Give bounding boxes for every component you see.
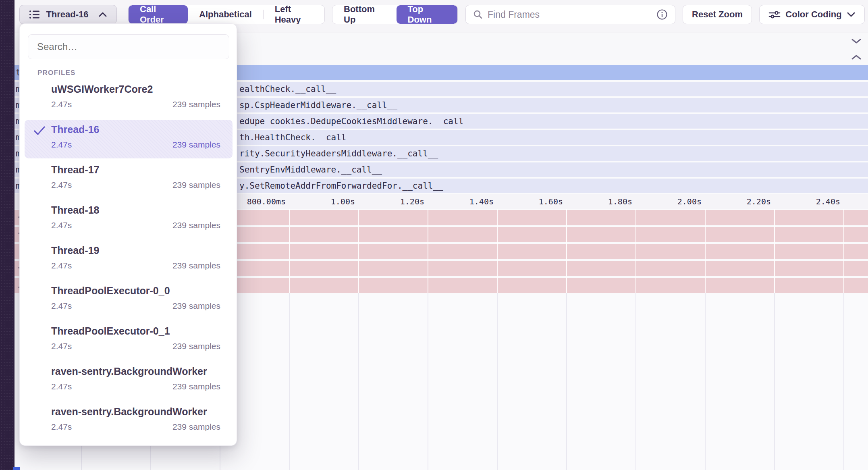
color-sliders-icon: [768, 10, 781, 19]
gridline: [635, 209, 636, 293]
profile-option-name: raven-sentry.BackgroundWorker: [51, 366, 207, 377]
profile-option[interactable]: Thread-18 2.47s 239 samples: [25, 200, 233, 239]
profile-option[interactable]: Thread-19 2.47s 239 samples: [25, 241, 233, 279]
gridline: [774, 293, 775, 470]
gridline: [566, 209, 567, 293]
frame-label: sp.CspHeaderMiddleware.__call__: [239, 100, 397, 110]
axis-tick: 1.80s: [608, 197, 632, 206]
profile-option-name: ThreadPoolExecutor-0_0: [51, 285, 170, 297]
profile-option-name: Thread-17: [51, 164, 99, 176]
profile-option-name: raven-sentry.BackgroundWorker: [51, 406, 207, 418]
profile-option[interactable]: raven-sentry.BackgroundWorker 2.47s 239 …: [25, 402, 233, 441]
sort-mode-segmented-control: Call Order Alphabetical Left Heavy: [128, 5, 325, 24]
thread-selector-button[interactable]: Thread-16: [19, 5, 117, 24]
collapse-flamegraph-button[interactable]: [851, 54, 862, 60]
check-icon: [33, 125, 46, 136]
profile-option[interactable]: Thread-16 2.47s 239 samples: [25, 120, 233, 158]
gridline: [428, 293, 428, 470]
direction-segmented-control: Bottom Up Top Down: [332, 5, 458, 24]
profile-option-duration: 2.47s: [51, 301, 72, 311]
sort-left-heavy-button[interactable]: Left Heavy: [264, 5, 324, 24]
gridline: [358, 293, 359, 470]
chevron-down-icon: [852, 40, 860, 43]
profile-option-samples: 239 samples: [172, 382, 220, 391]
frame-label: ealthCheck.__call__: [239, 84, 336, 94]
frame-label: th.HealthCheck.__call__: [239, 133, 357, 142]
gridline: [289, 209, 290, 293]
expand-minimap-button[interactable]: [851, 38, 862, 44]
chevron-up-icon: [98, 12, 107, 17]
axis-tick: 2.20s: [747, 197, 771, 206]
search-icon: [473, 10, 483, 19]
profile-option-name: ThreadPoolExecutor-0_1: [51, 325, 170, 337]
profile-option-samples: 239 samples: [172, 261, 220, 270]
axis-tick: 800.00ms: [247, 197, 286, 206]
find-frames-placeholder: Find Frames: [488, 9, 652, 20]
reset-zoom-button[interactable]: Reset Zoom: [683, 5, 752, 24]
thread-dropdown-panel: PROFILES uWSGIWorker7Core2 2.47s 239 sam…: [19, 23, 237, 446]
thread-search-input[interactable]: [28, 34, 229, 59]
color-coding-label: Color Coding: [785, 9, 841, 20]
profile-option-name: Thread-19: [51, 245, 99, 256]
gridline: [497, 293, 498, 470]
profile-option[interactable]: ThreadPoolExecutor-0_0 2.47s 239 samples: [25, 281, 233, 320]
profiles-section-header: PROFILES: [37, 69, 76, 77]
app-sidebar-edge: [0, 0, 15, 470]
axis-tick: 1.00s: [331, 197, 355, 206]
sort-call-order-button[interactable]: Call Order: [129, 5, 188, 24]
color-coding-button[interactable]: Color Coding: [759, 5, 865, 24]
thread-selector-label: Thread-16: [46, 9, 88, 20]
gridline: [566, 293, 567, 470]
profile-option-name: Thread-16: [51, 124, 99, 135]
gridline: [705, 209, 706, 293]
profile-option-duration: 2.47s: [51, 100, 72, 109]
axis-tick: 1.20s: [400, 197, 424, 206]
gridline: [497, 209, 498, 293]
profile-option-samples: 239 samples: [172, 422, 220, 432]
gridline: [358, 209, 359, 293]
gridline: [705, 293, 706, 470]
frame-label: SentryEnvMiddleware.__call__: [239, 165, 382, 175]
profile-option[interactable]: ThreadPoolExecutor-0_1 2.47s 239 samples: [25, 321, 233, 360]
scroll-indicator: [13, 467, 20, 470]
profile-option-samples: 239 samples: [172, 301, 220, 311]
profile-option-duration: 2.47s: [51, 422, 72, 432]
chevron-down-icon: [847, 12, 856, 17]
axis-tick: 2.40s: [816, 197, 840, 206]
profile-option-samples: 239 samples: [172, 220, 220, 230]
profile-option[interactable]: raven-sentry.BackgroundWorker 2.47s 239 …: [25, 362, 233, 400]
thread-list-icon: [29, 10, 40, 19]
profile-option-duration: 2.47s: [51, 341, 72, 351]
frame-label: rity.SecurityHeadersMiddleware.__call__: [239, 149, 438, 158]
profile-option-name: Thread-18: [51, 204, 99, 216]
axis-tick: 1.60s: [539, 197, 563, 206]
profile-option-name: uWSGIWorker7Core2: [51, 83, 153, 95]
profile-option-duration: 2.47s: [51, 261, 72, 270]
info-icon[interactable]: [656, 9, 668, 20]
bottom-up-button[interactable]: Bottom Up: [332, 5, 397, 24]
gridline: [843, 209, 844, 293]
gridline: [428, 209, 428, 293]
profile-option-duration: 2.47s: [51, 140, 72, 150]
find-frames-input[interactable]: Find Frames: [465, 5, 675, 24]
chevron-up-icon: [852, 56, 860, 59]
axis-tick: 2.00s: [677, 197, 702, 206]
profile-option-samples: 239 samples: [172, 180, 220, 190]
profile-option-duration: 2.47s: [51, 382, 72, 391]
profile-option-samples: 239 samples: [172, 100, 220, 109]
gridline: [635, 293, 636, 470]
profile-option[interactable]: uWSGIWorker7Core2 2.47s 239 samples: [25, 79, 233, 118]
frame-label: y.SetRemoteAddrFromForwardedFor.__call__: [239, 181, 443, 191]
profile-option-duration: 2.47s: [51, 220, 72, 230]
profile-option[interactable]: Thread-17 2.47s 239 samples: [25, 160, 233, 199]
profile-option-samples: 239 samples: [172, 341, 220, 351]
top-down-button[interactable]: Top Down: [397, 5, 457, 24]
frame-label: edupe_cookies.DedupeCookiesMiddleware.__…: [239, 116, 474, 126]
profile-option-samples: 239 samples: [172, 140, 220, 150]
gridline: [289, 293, 290, 470]
profile-option-duration: 2.47s: [51, 180, 72, 190]
axis-tick: 1.40s: [469, 197, 494, 206]
gridline: [774, 209, 775, 293]
sort-alphabetical-button[interactable]: Alphabetical: [188, 5, 263, 24]
gridline: [843, 293, 844, 470]
